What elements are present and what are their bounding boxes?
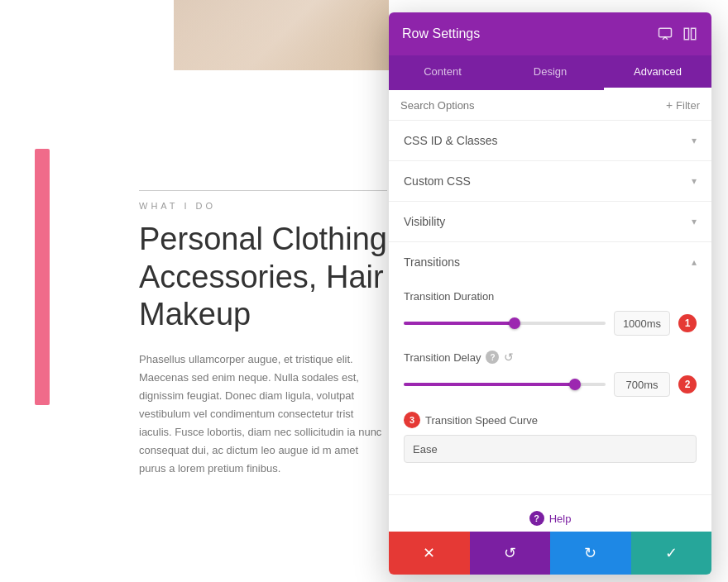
speed-curve-label-row: 3 Transition Speed Curve (404, 412, 697, 428)
hero-image (174, 0, 389, 70)
page-title: Personal Clothing Accessories, Hair Make… (139, 221, 387, 334)
transition-delay-label-row: Transition Delay ? ↺ (404, 351, 697, 364)
panel-header: Row Settings (389, 12, 711, 55)
css-id-classes-section: CSS ID & Classes ▾ (389, 121, 711, 161)
transition-delay-label: Transition Delay (404, 351, 481, 364)
help-button[interactable]: ? Help (529, 511, 572, 526)
css-id-classes-chevron: ▾ (692, 135, 697, 146)
delay-slider-thumb[interactable] (569, 379, 581, 390)
duration-value-input[interactable] (614, 311, 670, 336)
visibility-section: Visibility ▾ (389, 202, 711, 242)
cancel-icon: ✕ (423, 544, 435, 562)
filter-label: Filter (676, 99, 700, 112)
delay-slider-fill (404, 383, 575, 386)
tab-design[interactable]: Design (496, 55, 604, 90)
speed-curve-select-wrap: Ease Linear Ease In Ease Out Ease In Out (404, 435, 697, 463)
visibility-label: Visibility (404, 215, 445, 228)
delay-help-icon[interactable]: ? (486, 351, 499, 364)
speed-curve-badge: 3 (404, 412, 420, 428)
speed-curve-select[interactable]: Ease Linear Ease In Ease Out Ease In Out (404, 435, 697, 463)
redo-button[interactable]: ↻ (550, 532, 631, 575)
help-label: Help (549, 513, 572, 525)
filter-button[interactable]: + Filter (666, 98, 700, 112)
visibility-header[interactable]: Visibility ▾ (389, 202, 711, 241)
duration-slider-thumb[interactable] (509, 317, 520, 329)
transition-duration-row: Transition Duration 1 (404, 290, 697, 336)
filter-plus-icon: + (666, 98, 673, 112)
transitions-chevron: ▴ (692, 256, 697, 268)
css-id-classes-header[interactable]: CSS ID & Classes ▾ (389, 121, 711, 160)
duration-value-container (614, 311, 670, 336)
help-section: ? Help (389, 495, 711, 532)
custom-css-section: Custom CSS ▾ (389, 161, 711, 202)
reset-button[interactable]: ↺ (470, 532, 551, 575)
svg-rect-2 (692, 28, 696, 40)
delay-slider-container[interactable] (404, 376, 606, 393)
transition-duration-label-row: Transition Duration (404, 290, 697, 303)
delay-badge: 2 (678, 375, 697, 394)
pink-accent-bar (35, 149, 50, 405)
tab-content[interactable]: Content (389, 55, 496, 90)
panel-title: Row Settings (402, 26, 480, 41)
help-circle-icon: ? (529, 511, 544, 526)
transitions-body: Transition Duration 1 (389, 282, 711, 494)
duration-slider-track (404, 322, 606, 325)
transitions-section: Transitions ▴ Transition Duration (389, 242, 711, 495)
speed-curve-row: 3 Transition Speed Curve Ease Linear Eas… (404, 412, 697, 463)
visibility-chevron: ▾ (692, 216, 697, 227)
custom-css-label: Custom CSS (404, 174, 471, 188)
cancel-button[interactable]: ✕ (389, 532, 470, 575)
transition-duration-label: Transition Duration (404, 290, 494, 303)
delay-value-container (614, 372, 670, 397)
page-body-text: Phasellus ullamcorper augue, et tristiqu… (139, 351, 387, 479)
search-bar: + Filter (389, 90, 711, 121)
save-button[interactable]: ✓ (631, 532, 712, 575)
delay-slider-track (404, 383, 606, 386)
transition-delay-row: Transition Delay ? ↺ (404, 351, 697, 397)
page-content-area: WHAT I DO Personal Clothing Accessories,… (139, 190, 387, 478)
custom-css-header[interactable]: Custom CSS ▾ (389, 161, 711, 201)
duration-slider-container[interactable] (404, 315, 606, 332)
search-input[interactable] (400, 99, 659, 112)
transition-duration-controls: 1 (404, 311, 697, 336)
tab-advanced[interactable]: Advanced (604, 55, 711, 90)
panel-body: CSS ID & Classes ▾ Custom CSS ▾ Visibili… (389, 121, 711, 532)
reset-icon: ↺ (504, 544, 516, 562)
transitions-label: Transitions (404, 255, 460, 269)
svg-rect-0 (659, 28, 672, 37)
columns-icon[interactable] (682, 26, 698, 42)
transition-delay-controls: 2 (404, 372, 697, 397)
panel-header-actions (657, 26, 698, 42)
css-id-classes-label: CSS ID & Classes (404, 134, 498, 147)
panel-footer: ✕ ↺ ↻ ✓ (389, 532, 711, 575)
redo-icon: ↻ (584, 544, 596, 562)
duration-badge: 1 (678, 314, 697, 332)
screen-icon[interactable] (657, 26, 673, 42)
duration-slider-fill (404, 322, 515, 325)
delay-reset-icon[interactable]: ↺ (504, 351, 514, 364)
custom-css-chevron: ▾ (692, 175, 697, 187)
save-icon: ✓ (665, 544, 678, 562)
settings-panel: Row Settings Content Design Advanced + F… (389, 12, 711, 575)
speed-curve-label: Transition Speed Curve (425, 414, 538, 427)
delay-value-input[interactable] (614, 372, 670, 397)
transitions-header[interactable]: Transitions ▴ (389, 242, 711, 282)
page-subtitle: WHAT I DO (139, 190, 387, 211)
panel-tabs: Content Design Advanced (389, 55, 711, 90)
svg-rect-1 (684, 28, 688, 40)
